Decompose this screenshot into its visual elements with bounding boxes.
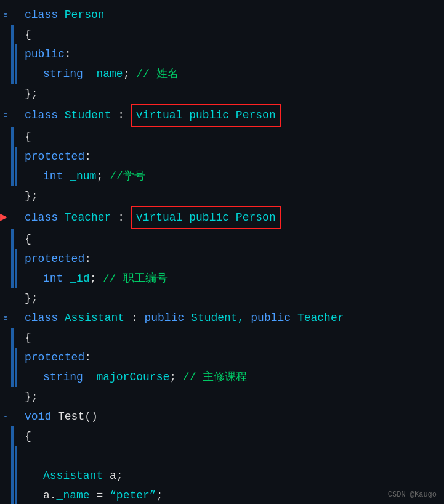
code-line <box>0 446 444 466</box>
code-line: ⊟class Assistant : public Student, publi… <box>0 308 444 328</box>
gutter <box>0 166 11 186</box>
bars-container <box>11 84 18 104</box>
code-token: class <box>25 308 65 328</box>
code-line: { <box>0 426 444 446</box>
code-token: : <box>124 308 144 328</box>
gutter <box>0 25 11 44</box>
bars-container <box>11 104 18 127</box>
code-token: : <box>111 105 131 125</box>
bars-container <box>11 348 18 367</box>
gutter <box>0 446 11 466</box>
code-token: : <box>84 348 91 367</box>
vertical-bar-inner <box>15 466 17 486</box>
code-token: // 职工编号 <box>96 269 167 288</box>
code-token: _num <box>63 166 96 186</box>
code-content: ⊟class Person{public:string _name; // 姓名… <box>0 5 444 504</box>
code-editor: ⊟class Person{public:string _name; // 姓名… <box>0 0 444 504</box>
code-token: }; <box>25 387 38 407</box>
line-content: }; <box>18 288 444 308</box>
code-line: protected: <box>0 249 444 269</box>
code-token: Test() <box>51 407 98 426</box>
bars-container <box>11 25 18 44</box>
left-arrow-icon: ▶ <box>0 211 7 224</box>
bars-container <box>11 466 18 486</box>
collapse-icon[interactable]: ⊟ <box>4 112 7 119</box>
collapse-icon[interactable]: ⊟ <box>4 314 7 322</box>
code-token: ; <box>123 64 130 84</box>
gutter <box>0 127 11 147</box>
line-content: { <box>18 229 444 249</box>
line-content <box>18 446 444 466</box>
code-token: public <box>25 44 65 64</box>
code-token: : <box>84 249 91 269</box>
bars-container <box>11 64 18 84</box>
bars-container <box>11 5 18 25</box>
bars-container <box>11 229 18 249</box>
line-content: { <box>18 426 444 446</box>
code-token: { <box>25 426 31 446</box>
code-token: _name <box>83 64 123 84</box>
line-content: class Student : virtual public Person <box>18 104 444 127</box>
vertical-bar-main <box>11 166 14 186</box>
bars-container <box>11 166 18 186</box>
line-content: int _id; // 职工编号 <box>18 269 444 288</box>
bars-container <box>11 446 18 466</box>
bars-container <box>11 206 18 229</box>
line-content: { <box>18 328 444 348</box>
vertical-bar-main <box>11 328 14 348</box>
code-line: { <box>0 127 444 147</box>
gutter: ⊟ <box>0 5 11 25</box>
code-token: protected <box>25 249 84 269</box>
code-line: public: <box>0 44 444 64</box>
code-line: string _name; // 姓名 <box>0 64 444 84</box>
bars-container <box>11 288 18 308</box>
code-token: ; <box>96 166 103 186</box>
vertical-bar-inner <box>15 486 17 504</box>
gutter <box>0 84 11 104</box>
code-token: Assistant <box>43 466 103 486</box>
code-token: { <box>25 127 31 147</box>
gutter <box>0 147 11 166</box>
vertical-bar-main <box>11 367 14 387</box>
code-token: { <box>25 229 31 249</box>
line-content: }; <box>18 186 444 206</box>
code-line: int _id; // 职工编号 <box>0 269 444 288</box>
gutter <box>0 387 11 407</box>
code-token: Teacher <box>291 308 344 328</box>
gutter: ⊟ <box>0 308 11 328</box>
code-token: protected <box>25 348 84 367</box>
keyword-text: virtual public Person <box>136 109 276 121</box>
code-token: “peter” <box>110 486 156 504</box>
line-content: int _num; //学号 <box>18 166 444 186</box>
code-line: }; <box>0 84 444 104</box>
highlighted-keyword: virtual public Person <box>131 206 281 229</box>
gutter <box>0 486 11 504</box>
code-line: ⊟class Person <box>0 5 444 25</box>
vertical-bar-inner <box>15 367 17 387</box>
watermark: CSDN @Kaugo <box>388 490 437 499</box>
code-line: a._name = “peter”; <box>0 486 444 504</box>
bars-container <box>11 127 18 147</box>
line-content: { <box>18 127 444 147</box>
gutter <box>0 466 11 486</box>
vertical-bar-inner <box>15 249 17 269</box>
code-token: int <box>43 166 63 186</box>
code-token: : <box>84 147 91 166</box>
gutter: ⊟ <box>0 407 11 426</box>
collapse-icon[interactable]: ⊟ <box>4 11 7 18</box>
code-token: Student, <box>184 308 251 328</box>
collapse-icon[interactable]: ⊟ <box>4 413 7 420</box>
bars-container <box>11 186 18 206</box>
vertical-bar-main <box>11 269 14 288</box>
vertical-bar-inner <box>15 44 17 64</box>
vertical-bar-main <box>11 44 14 64</box>
gutter: ⊟ <box>0 104 11 127</box>
gutter <box>0 426 11 446</box>
bars-container <box>11 308 18 328</box>
line-content: a._name = “peter”; <box>18 486 444 504</box>
line-content: }; <box>18 387 444 407</box>
code-line: ⊟class Student : virtual public Person <box>0 104 444 127</box>
bars-container <box>11 269 18 288</box>
vertical-bar-main <box>11 229 14 249</box>
code-line: { <box>0 229 444 249</box>
